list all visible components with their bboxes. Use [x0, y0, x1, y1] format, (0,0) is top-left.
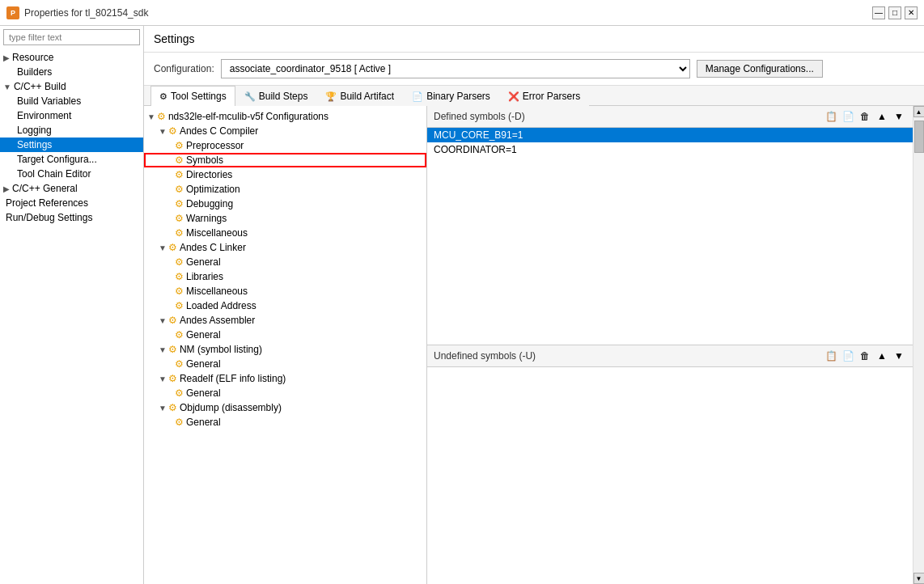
sidebar-item-target-config[interactable]: Target Configura... [0, 152, 143, 167]
defined-delete-button[interactable]: 🗑 [858, 109, 872, 124]
nav-label: C/C++ Build [14, 81, 66, 92]
vertical-scrollbar[interactable]: ▲ ▼ [913, 106, 924, 584]
defined-copy-button[interactable]: 📄 [841, 109, 855, 124]
sidebar-item-toolchain-editor[interactable]: Tool Chain Editor [0, 167, 143, 181]
tree-node-symbols[interactable]: ⚙Symbols [144, 153, 426, 167]
tree-node-nds32[interactable]: ▼ ⚙nds32le-elf-mculib-v5f Configurations [144, 109, 426, 124]
tree-node-preprocessor[interactable]: ⚙Preprocessor [144, 138, 426, 153]
tree-icon-assembler-general: ⚙ [175, 329, 184, 341]
tree-label-nm-symbol: NM (symbol listing) [180, 344, 262, 355]
nav-label: Tool Chain Editor [17, 168, 91, 180]
tree-arrow-nds32: ▼ [147, 112, 155, 121]
sidebar-item-builders[interactable]: Builders [0, 65, 143, 79]
defined-up-button[interactable]: ▲ [875, 109, 889, 124]
app-icon: P [6, 6, 19, 19]
sidebar: ▶ResourceBuilders▼C/C++ BuildBuild Varia… [0, 26, 144, 584]
tree-node-linker-misc[interactable]: ⚙Miscellaneous [144, 284, 426, 298]
undefined-add-button[interactable]: 📋 [824, 349, 838, 363]
tree-node-andes-c-linker[interactable]: ▼ ⚙Andes C Linker [144, 240, 426, 255]
tree-icon-linker-general: ⚙ [175, 256, 184, 268]
tree-node-assembler-general[interactable]: ⚙General [144, 328, 426, 342]
tree-label-andes-c-linker: Andes C Linker [180, 242, 246, 253]
tab-tool-settings[interactable]: ⚙Tool Settings [150, 86, 235, 106]
defined-symbol-mcu-core[interactable]: MCU_CORE_B91=1 [427, 128, 913, 142]
defined-symbols-title: Defined symbols (-D) [434, 111, 525, 122]
sidebar-item-resource[interactable]: ▶Resource [0, 50, 143, 65]
tree-node-nm-general[interactable]: ⚙General [144, 357, 426, 371]
tree-node-readelf-general[interactable]: ⚙General [144, 386, 426, 400]
scroll-down-button[interactable]: ▼ [913, 573, 925, 584]
tree-label-andes-assembler: Andes Assembler [180, 315, 255, 326]
scroll-thumb[interactable] [914, 121, 924, 153]
nav-label: Build Variables [17, 95, 81, 107]
tree-node-andes-assembler[interactable]: ▼ ⚙Andes Assembler [144, 313, 426, 328]
tree-node-objdump-general[interactable]: ⚙General [144, 415, 426, 430]
window-title: Properties for tl_802154_sdk [24, 7, 148, 19]
tab-build-artifact[interactable]: 🏆Build Artifact [316, 86, 403, 106]
tree-node-readelf[interactable]: ▼ ⚙Readelf (ELF info listing) [144, 371, 426, 386]
tab-binary-parsers[interactable]: 📄Binary Parsers [403, 86, 499, 106]
tree-label-miscellaneous: Miscellaneous [186, 227, 248, 239]
tab-error-parsers[interactable]: ❌Error Parsers [499, 86, 589, 106]
undefined-delete-button[interactable]: 🗑 [858, 349, 872, 363]
tree-node-optimization[interactable]: ⚙Optimization [144, 182, 426, 197]
maximize-button[interactable]: □ [888, 6, 901, 19]
tree-icon-readelf-general: ⚙ [175, 387, 184, 399]
undefined-down-button[interactable]: ▼ [892, 349, 906, 363]
sidebar-item-settings[interactable]: Settings [0, 138, 143, 152]
sidebar-item-ccpp-general[interactable]: ▶C/C++ General [0, 181, 143, 196]
arrow-icon: ▶ [3, 53, 10, 62]
sidebar-item-logging[interactable]: Logging [0, 123, 143, 138]
nav-label: C/C++ General [12, 183, 78, 194]
tab-build-steps[interactable]: 🔧Build Steps [235, 86, 317, 106]
manage-config-button[interactable]: Manage Configurations... [697, 60, 823, 78]
tree-icon-andes-assembler: ⚙ [168, 315, 177, 326]
nav-label: Settings [17, 139, 52, 150]
config-bar: Configuration: associate_coordinator_951… [144, 53, 924, 86]
undefined-copy-button[interactable]: 📄 [841, 349, 855, 363]
title-bar-left: P Properties for tl_802154_sdk [6, 6, 148, 19]
undefined-up-button[interactable]: ▲ [875, 349, 889, 363]
tree-label-symbols: Symbols [186, 154, 223, 166]
tree-node-libraries[interactable]: ⚙Libraries [144, 269, 426, 284]
defined-down-button[interactable]: ▼ [892, 109, 906, 124]
tree-icon-debugging: ⚙ [175, 198, 184, 209]
panel-area: ▼ ⚙nds32le-elf-mculib-v5f Configurations… [144, 106, 924, 584]
tree-node-linker-general[interactable]: ⚙General [144, 255, 426, 269]
defined-add-button[interactable]: 📋 [824, 109, 838, 124]
close-button[interactable]: ✕ [905, 6, 918, 19]
tree-icon-directories: ⚙ [175, 169, 184, 180]
minimize-button[interactable]: — [872, 6, 885, 19]
tree-node-debugging[interactable]: ⚙Debugging [144, 197, 426, 211]
tab-icon-build-steps: 🔧 [244, 91, 256, 102]
tree-node-warnings[interactable]: ⚙Warnings [144, 211, 426, 226]
tree-icon-nds32: ⚙ [157, 111, 166, 122]
tab-icon-build-artifact: 🏆 [325, 91, 337, 102]
config-select[interactable]: associate_coordinator_9518 [ Active ] [221, 59, 690, 78]
tree-node-andes-c-compiler[interactable]: ▼ ⚙Andes C Compiler [144, 124, 426, 138]
sidebar-item-build-variables[interactable]: Build Variables [0, 94, 143, 108]
tab-label-build-steps: Build Steps [259, 91, 308, 102]
tree-node-objdump[interactable]: ▼ ⚙Objdump (disassembly) [144, 400, 426, 415]
tree-node-directories[interactable]: ⚙Directories [144, 167, 426, 182]
tab-icon-tool-settings: ⚙ [159, 91, 167, 102]
tree-node-nm-symbol[interactable]: ▼ ⚙NM (symbol listing) [144, 342, 426, 357]
scroll-up-button[interactable]: ▲ [913, 106, 925, 117]
tree-node-miscellaneous[interactable]: ⚙Miscellaneous [144, 226, 426, 240]
sidebar-item-environment[interactable]: Environment [0, 108, 143, 123]
sidebar-item-ccpp-build[interactable]: ▼C/C++ Build [0, 79, 143, 94]
filter-input[interactable] [3, 29, 140, 45]
tab-label-build-artifact: Build Artifact [340, 91, 394, 102]
nav-label: Logging [17, 125, 52, 136]
config-label: Configuration: [154, 63, 214, 74]
tree-icon-nm-general: ⚙ [175, 358, 184, 370]
settings-title: Settings [154, 32, 195, 45]
tree-node-loaded-address[interactable]: ⚙Loaded Address [144, 298, 426, 313]
tree-label-loaded-address: Loaded Address [186, 300, 256, 311]
undefined-symbols-actions: 📋 📄 🗑 ▲ ▼ [824, 349, 906, 363]
defined-symbol-coordinator[interactable]: COORDINATOR=1 [427, 142, 913, 157]
tree-arrow-nm-symbol: ▼ [159, 345, 167, 354]
sidebar-item-project-references[interactable]: Project References [0, 196, 143, 210]
sidebar-item-run-debug[interactable]: Run/Debug Settings [0, 210, 143, 225]
tab-label-binary-parsers: Binary Parsers [426, 91, 490, 102]
